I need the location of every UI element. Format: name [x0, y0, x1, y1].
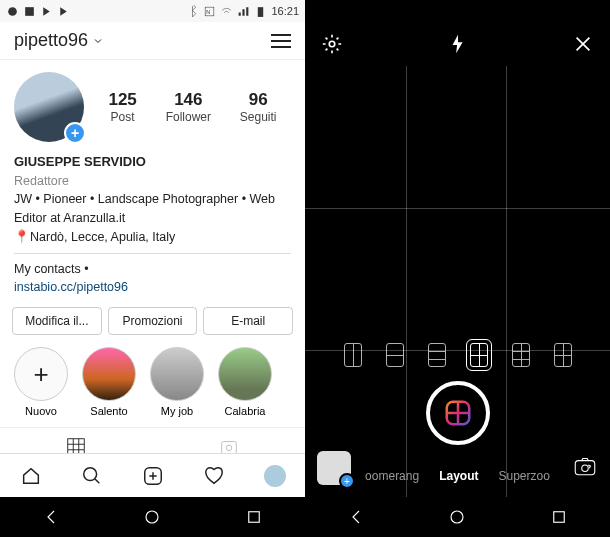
layout-option[interactable] — [386, 343, 404, 367]
layout-option[interactable] — [344, 343, 362, 367]
highlight-item[interactable]: Salento — [82, 347, 136, 417]
role-label: Redattore — [14, 172, 291, 191]
flash-icon[interactable] — [447, 33, 469, 55]
highlight-item[interactable]: Calabria — [218, 347, 272, 417]
email-button[interactable]: E-mail — [203, 307, 293, 335]
layout-option-selected[interactable] — [470, 343, 488, 367]
svg-point-0 — [8, 7, 17, 16]
signal-icon — [237, 5, 250, 18]
stat-posts[interactable]: 125 Post — [108, 90, 136, 124]
location-text: 📍Nardò, Lecce, Apulia, Italy — [14, 228, 291, 247]
svg-rect-6 — [221, 442, 236, 454]
app-icon — [6, 5, 19, 18]
contacts-label: My contacts • — [14, 260, 291, 279]
highlight-label: Salento — [82, 405, 136, 417]
highlight-new[interactable]: + Nuovo — [14, 347, 68, 417]
svg-rect-14 — [575, 461, 595, 475]
svg-point-7 — [226, 445, 232, 451]
tagged-icon — [218, 436, 240, 453]
bottom-nav — [0, 453, 305, 497]
mode-boomerang[interactable]: oomerang — [365, 469, 419, 483]
search-icon[interactable] — [81, 465, 103, 487]
layout-option[interactable] — [428, 343, 446, 367]
svg-rect-1 — [25, 7, 34, 16]
flip-camera-icon — [572, 453, 598, 479]
grid-icon — [65, 436, 87, 453]
battery-icon — [254, 5, 267, 18]
back-button[interactable] — [42, 508, 60, 526]
bio-link[interactable]: instabio.cc/pipetto96 — [14, 278, 291, 297]
edit-profile-button[interactable]: Modifica il... — [12, 307, 102, 335]
tab-tagged[interactable] — [153, 428, 306, 453]
close-icon[interactable] — [572, 33, 594, 55]
svg-text:N: N — [207, 8, 211, 14]
svg-point-12 — [329, 41, 335, 47]
profile-nav-icon[interactable] — [264, 465, 286, 487]
mode-superzoom[interactable]: Superzoo — [499, 469, 550, 483]
recents-button[interactable] — [245, 508, 263, 526]
app-icon — [23, 5, 36, 18]
wifi-off-icon — [220, 5, 233, 18]
svg-rect-4 — [258, 7, 263, 17]
promotions-button[interactable]: Promozioni — [108, 307, 198, 335]
android-status-bar: N 16:21 — [0, 0, 305, 22]
home-icon[interactable] — [20, 465, 42, 487]
menu-button[interactable] — [271, 34, 291, 48]
recents-button[interactable] — [550, 508, 568, 526]
highlight-label: Nuovo — [14, 405, 68, 417]
stat-following[interactable]: 96 Seguiti — [240, 90, 277, 124]
svg-rect-11 — [249, 512, 260, 523]
add-story-badge[interactable]: + — [64, 122, 86, 144]
android-status-bar — [305, 0, 610, 22]
profile-avatar[interactable]: + — [14, 72, 84, 142]
camera-topbar — [305, 22, 610, 66]
add-post-icon[interactable] — [142, 465, 164, 487]
home-button[interactable] — [143, 508, 161, 526]
username-label: pipetto96 — [14, 30, 88, 51]
mode-layout[interactable]: Layout — [439, 469, 478, 483]
activity-icon[interactable] — [203, 465, 225, 487]
back-button[interactable] — [347, 508, 365, 526]
svg-point-10 — [146, 511, 158, 523]
username-dropdown[interactable]: pipetto96 — [14, 30, 104, 51]
svg-rect-16 — [554, 512, 565, 523]
clock: 16:21 — [271, 5, 299, 17]
layout-shutter-icon — [443, 398, 473, 428]
layout-option[interactable] — [554, 343, 572, 367]
chevron-down-icon — [92, 35, 104, 47]
camera-modes: oomerang Layout Superzoo — [305, 469, 610, 483]
tab-grid[interactable] — [0, 428, 153, 453]
camera-viewport[interactable]: + oomerang Layout Superzoo — [305, 66, 610, 497]
android-nav-bar — [305, 497, 610, 537]
home-button[interactable] — [448, 508, 466, 526]
flip-camera-button[interactable] — [572, 453, 598, 483]
bluetooth-icon — [186, 5, 199, 18]
profile-topbar: pipetto96 — [0, 22, 305, 60]
svg-point-15 — [451, 511, 463, 523]
display-name: GIUSEPPE SERVIDIO — [14, 152, 291, 172]
svg-rect-5 — [68, 439, 85, 453]
highlight-label: Calabria — [218, 405, 272, 417]
nfc-icon: N — [203, 5, 216, 18]
stat-followers[interactable]: 146 Follower — [166, 90, 211, 124]
highlight-label: My job — [150, 405, 204, 417]
play-icon — [40, 5, 53, 18]
android-nav-bar — [0, 497, 305, 537]
play-icon — [57, 5, 70, 18]
settings-icon[interactable] — [321, 33, 343, 55]
highlight-item[interactable]: My job — [150, 347, 204, 417]
layout-options — [305, 343, 610, 367]
layout-option[interactable] — [512, 343, 530, 367]
profile-bio: GIUSEPPE SERVIDIO Redattore JW • Pioneer… — [0, 148, 305, 307]
bio-text: JW • Pioneer • Landscape Photographer • … — [14, 190, 291, 228]
svg-point-8 — [83, 467, 96, 480]
shutter-button[interactable] — [426, 381, 490, 445]
